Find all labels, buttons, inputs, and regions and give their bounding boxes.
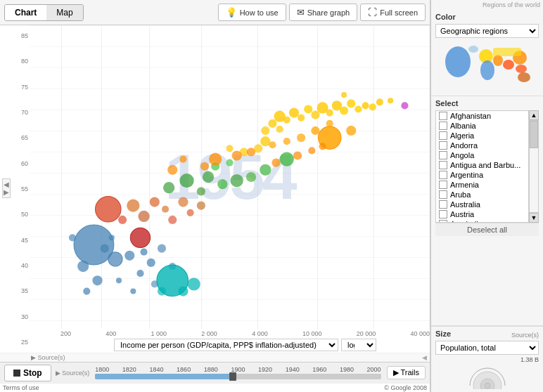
svg-point-79 [188, 277, 200, 290]
svg-point-29 [150, 197, 160, 207]
full-screen-button[interactable]: ⛶ Full screen [360, 4, 426, 21]
svg-point-62 [369, 103, 376, 110]
svg-point-58 [311, 111, 319, 119]
fullscreen-icon: ⛶ [368, 7, 377, 18]
svg-point-99 [503, 60, 514, 70]
svg-point-41 [197, 187, 205, 195]
collapse-icon[interactable]: ◀▶ [2, 178, 11, 198]
country-item-armenia[interactable]: Armenia [436, 180, 528, 190]
scroll-down[interactable]: ▼ [529, 213, 539, 223]
stop-button[interactable]: Stop [4, 365, 51, 381]
bulb-icon: 💡 [226, 7, 237, 18]
svg-point-33 [168, 216, 177, 224]
corner-icon[interactable]: ◀ [422, 354, 427, 361]
country-list[interactable]: Afghanistan Albania Algeria Andorra [435, 110, 529, 223]
country-checkbox-angola[interactable] [439, 151, 447, 159]
source-tiny: ▶ Source(s) [56, 370, 90, 377]
svg-point-65 [260, 136, 270, 146]
svg-point-34 [187, 209, 194, 216]
country-checkbox-armenia[interactable] [439, 181, 447, 189]
country-item-albania[interactable]: Albania [436, 121, 528, 131]
svg-point-92 [308, 147, 315, 154]
svg-point-14 [77, 261, 89, 272]
terms-link[interactable]: Terms of use [3, 384, 39, 391]
svg-point-70 [346, 126, 356, 136]
svg-point-13 [124, 251, 134, 261]
chart-plot[interactable]: 1954 Life expectancy (years) [30, 25, 430, 329]
svg-point-86 [326, 120, 333, 127]
country-checkbox-argentina[interactable] [439, 171, 447, 179]
svg-point-57 [298, 115, 305, 122]
share-graph-button[interactable]: ✉ Share graph [289, 4, 358, 21]
footer-terms: Terms of use © Google 2008 [0, 383, 430, 392]
scroll-track[interactable] [529, 120, 539, 213]
color-dropdown[interactable]: Geographic regions [435, 24, 539, 38]
svg-point-45 [260, 164, 271, 176]
country-checkbox-antigua[interactable] [439, 161, 447, 169]
country-item-andorra[interactable]: Andorra [436, 141, 528, 150]
svg-point-40 [217, 179, 227, 189]
scroll-up[interactable]: ▲ [529, 110, 539, 120]
size-source: Source(s) [511, 332, 539, 339]
country-item-austria[interactable]: Austria [436, 209, 528, 219]
svg-point-31 [138, 211, 149, 222]
scroll-thumb[interactable] [530, 121, 538, 148]
svg-point-23 [69, 234, 76, 241]
svg-point-30 [118, 216, 127, 224]
svg-point-50 [289, 107, 299, 117]
country-item-argentina[interactable]: Argentina [436, 170, 528, 180]
tab-map[interactable]: Map [46, 5, 82, 20]
country-checkbox-algeria[interactable] [439, 131, 447, 140]
country-checkbox-albania[interactable] [439, 122, 447, 130]
svg-point-102 [518, 72, 530, 82]
size-dropdown[interactable]: Population, total [435, 341, 539, 355]
select-section-title: Select [435, 99, 539, 107]
size-section: Size Source(s) Population, total 1.38 B [431, 326, 543, 392]
svg-point-73 [232, 150, 242, 160]
svg-point-95 [445, 46, 471, 77]
world-map-thumbnail [438, 41, 537, 90]
country-checkbox-australia[interactable] [439, 200, 447, 209]
country-item-afghanistan[interactable]: Afghanistan [436, 111, 528, 121]
country-item-australia[interactable]: Australia [436, 200, 528, 209]
country-item-algeria[interactable]: Algeria [436, 131, 528, 141]
svg-point-87 [297, 133, 305, 142]
svg-point-94 [401, 102, 408, 109]
how-to-use-button[interactable]: 💡 How to use [218, 4, 286, 21]
tab-chart[interactable]: Chart [5, 5, 46, 20]
svg-point-81 [158, 287, 166, 295]
timeline-thumb[interactable] [229, 372, 236, 381]
tab-group: Chart Map [4, 4, 84, 21]
x-axis-container: 200 400 1 000 2 000 4 000 10 000 20 000 … [30, 329, 430, 353]
country-checkbox-aruba[interactable] [439, 190, 447, 199]
country-item-aruba[interactable]: Aruba [436, 190, 528, 200]
svg-rect-104 [493, 48, 521, 56]
scrollbar: ▲ ▼ [529, 110, 539, 223]
deselect-all-button[interactable]: Deselect all [435, 223, 539, 236]
country-checkbox-austria[interactable] [439, 210, 447, 218]
svg-point-83 [388, 98, 393, 103]
svg-point-42 [231, 174, 243, 187]
x-axis-dropdown[interactable]: Income per person (GDP/capita, PPP$ infl… [114, 339, 338, 351]
country-item-angola[interactable]: Angola [436, 150, 528, 160]
svg-point-54 [347, 99, 355, 107]
svg-point-68 [226, 145, 233, 152]
svg-point-44 [163, 182, 174, 193]
svg-point-16 [147, 259, 155, 267]
svg-point-90 [272, 159, 280, 167]
timeline-track[interactable] [95, 374, 381, 379]
color-section-title: Color [435, 13, 539, 21]
x-scale-type-dropdown[interactable]: log linear [341, 339, 376, 351]
svg-point-24 [109, 235, 115, 240]
country-checkbox-afghanistan[interactable] [439, 112, 447, 120]
country-checkbox-andorra[interactable] [439, 141, 447, 150]
bubble-chart[interactable] [30, 25, 430, 329]
trails-button[interactable]: ▶ Trails [387, 366, 426, 379]
svg-point-91 [293, 151, 302, 159]
color-section: Color Geographic regions [431, 10, 543, 96]
share-icon: ✉ [297, 7, 305, 18]
country-item-antigua[interactable]: Antigua and Barbu... [436, 160, 528, 170]
size-section-title: Size [435, 329, 451, 338]
svg-point-35 [178, 197, 188, 207]
svg-point-28 [127, 199, 139, 211]
